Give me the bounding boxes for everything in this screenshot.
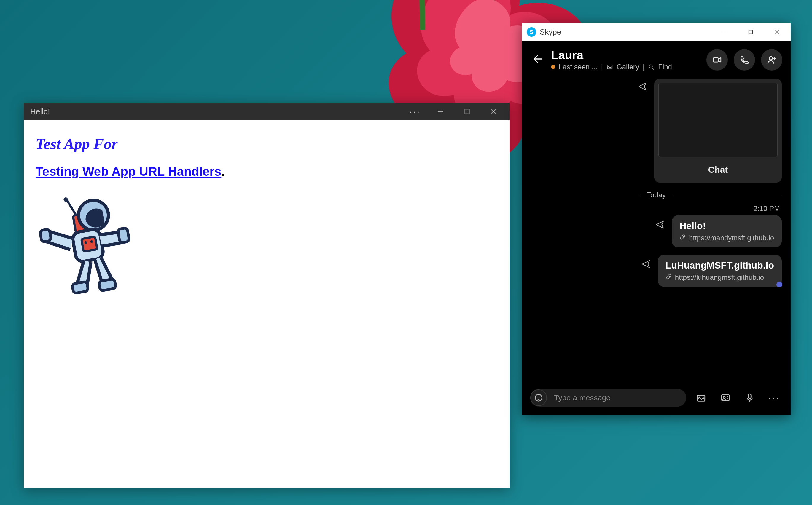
divider-line: [531, 195, 640, 195]
video-call-button[interactable]: [706, 49, 728, 70]
svg-rect-12: [40, 229, 51, 242]
chat-area[interactable]: Chat Today 2:10 PM Hello! https://mandy: [522, 77, 791, 384]
app-maximize-button[interactable]: [454, 103, 481, 120]
skype-app-title: Skype: [540, 28, 561, 37]
skype-logo-icon: S: [527, 27, 536, 37]
message-bubble[interactable]: Hello! https://mandymsft.github.io: [672, 215, 782, 247]
message-url-row: https://luhuangmsft.github.io: [666, 273, 774, 282]
sent-arrow-icon: [655, 220, 665, 229]
hello-app-body: Test App For Testing Web App URL Handler…: [24, 120, 510, 316]
hello-app-titlebar: Hello! ···: [24, 103, 510, 120]
svg-rect-36: [749, 394, 751, 398]
share-card-row: Chat: [531, 79, 782, 183]
skype-titlebar: S Skype: [522, 22, 791, 41]
day-label: Today: [647, 191, 666, 199]
message-title: LuHuangMSFT.github.io: [666, 260, 774, 271]
separator: |: [643, 63, 645, 71]
microphone-button[interactable]: [741, 389, 758, 406]
svg-line-5: [67, 199, 76, 216]
svg-point-21: [649, 65, 653, 68]
gallery-icon: [606, 64, 613, 70]
svg-point-31: [699, 396, 700, 397]
svg-rect-9: [81, 236, 97, 251]
skype-minimize-button[interactable]: [710, 22, 737, 41]
skype-chat-header: Laura Last seen ... | Gallery | Find: [522, 41, 791, 77]
svg-line-22: [652, 68, 654, 70]
url-handlers-link[interactable]: Testing Web App URL Handlers: [36, 164, 221, 178]
compose-bar: ···: [522, 384, 791, 415]
status-dot-icon: [551, 65, 555, 69]
hello-app-subheading: Testing Web App URL Handlers.: [36, 164, 498, 179]
find-icon: [648, 64, 655, 70]
hello-app-window-controls: ···: [406, 103, 507, 120]
audio-call-button[interactable]: [734, 49, 755, 70]
message-input[interactable]: [554, 393, 683, 402]
gallery-link[interactable]: Gallery: [617, 63, 639, 71]
read-receipt-badge: [776, 282, 782, 288]
astronaut-image: [24, 185, 148, 309]
more-options-button[interactable]: ···: [766, 389, 782, 406]
share-card-chat-button[interactable]: Chat: [654, 157, 782, 183]
find-link[interactable]: Find: [658, 63, 672, 71]
back-button[interactable]: [530, 53, 544, 67]
hello-app-window: Hello! ··· Test App For Testing Web App …: [24, 103, 510, 488]
share-card-preview: [658, 83, 778, 157]
hello-app-heading: Test App For: [36, 135, 498, 153]
emoji-button[interactable]: [530, 389, 547, 406]
app-more-icon[interactable]: ···: [406, 107, 424, 117]
skype-close-button[interactable]: [764, 22, 791, 41]
app-close-button[interactable]: [481, 103, 507, 120]
svg-point-33: [723, 396, 725, 398]
compose-right-icons: ···: [693, 389, 782, 406]
photo-button[interactable]: [693, 389, 709, 406]
day-divider: Today: [531, 191, 782, 199]
contact-card-button[interactable]: [717, 389, 734, 406]
contact-info: Laura Last seen ... | Gallery | Find: [551, 49, 699, 71]
link-icon: [666, 273, 672, 282]
svg-rect-15: [99, 279, 116, 291]
svg-rect-13: [118, 227, 130, 243]
hello-app-title: Hello!: [30, 107, 50, 116]
app-minimize-button[interactable]: [427, 103, 454, 120]
contact-subline: Last seen ... | Gallery | Find: [551, 63, 699, 71]
sent-arrow-icon: [641, 259, 651, 269]
divider-line: [673, 195, 782, 195]
svg-rect-17: [749, 30, 753, 34]
period-text: .: [221, 164, 225, 178]
message-timestamp: 2:10 PM: [531, 204, 782, 213]
add-participant-button[interactable]: [761, 49, 782, 70]
skype-window: S Skype Laura Last seen ... |: [522, 22, 791, 415]
skype-window-controls: [710, 22, 791, 41]
compose-input-wrap: [530, 389, 686, 406]
message-url[interactable]: https://mandymsft.github.io: [689, 234, 774, 242]
header-action-buttons: [706, 49, 782, 70]
svg-rect-14: [72, 282, 88, 294]
separator: |: [601, 63, 603, 71]
message-title: Hello!: [679, 220, 774, 231]
message-url[interactable]: https://luhuangmsft.github.io: [675, 273, 764, 282]
shared-contact-card[interactable]: Chat: [654, 79, 782, 183]
svg-rect-23: [713, 58, 718, 62]
contact-name[interactable]: Laura: [551, 49, 699, 62]
sent-arrow-icon: [638, 82, 647, 91]
svg-point-27: [535, 394, 542, 401]
skype-maximize-button[interactable]: [737, 22, 764, 41]
last-seen-text: Last seen ...: [559, 63, 597, 71]
svg-point-28: [537, 396, 538, 397]
svg-point-24: [769, 56, 773, 60]
link-icon: [679, 234, 686, 242]
message-row: Hello! https://mandymsft.github.io: [531, 215, 782, 247]
message-row: LuHuangMSFT.github.io https://luhuangmsf…: [531, 255, 782, 287]
svg-point-29: [539, 396, 540, 397]
message-url-row: https://mandymsft.github.io: [679, 234, 774, 242]
svg-rect-1: [465, 109, 469, 114]
message-bubble[interactable]: LuHuangMSFT.github.io https://luhuangmsf…: [658, 255, 782, 287]
